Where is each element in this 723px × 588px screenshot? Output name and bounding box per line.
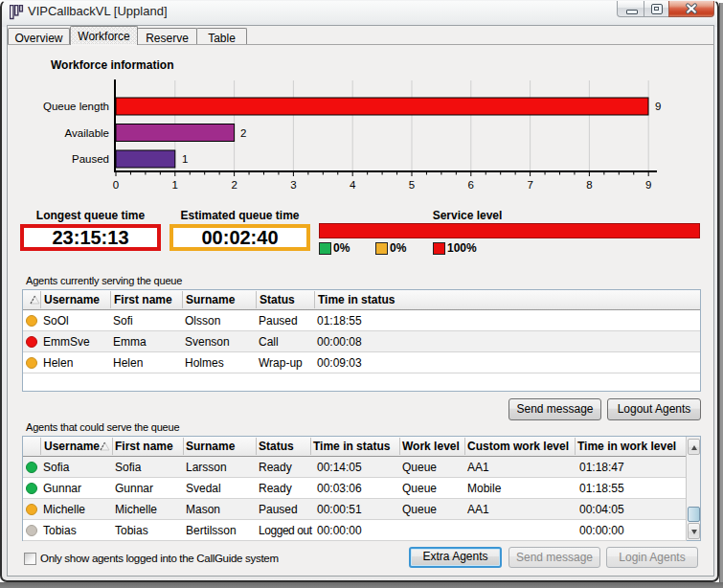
svg-text:0: 0 <box>113 179 119 191</box>
svg-text:8: 8 <box>586 179 592 191</box>
svg-text:5: 5 <box>409 179 415 191</box>
svg-text:9: 9 <box>645 179 651 191</box>
svg-text:1: 1 <box>172 179 178 191</box>
svg-text:2: 2 <box>240 127 246 139</box>
svg-text:4: 4 <box>350 179 356 191</box>
svg-text:Queue length: Queue length <box>43 101 109 112</box>
svg-text:6: 6 <box>468 179 474 191</box>
svg-text:9: 9 <box>655 101 661 112</box>
svg-text:Available: Available <box>65 127 109 139</box>
svg-text:2: 2 <box>231 179 237 191</box>
svg-text:1: 1 <box>182 153 188 165</box>
svg-text:Paused: Paused <box>72 153 109 165</box>
svg-text:7: 7 <box>527 179 532 191</box>
svg-text:3: 3 <box>290 179 296 191</box>
